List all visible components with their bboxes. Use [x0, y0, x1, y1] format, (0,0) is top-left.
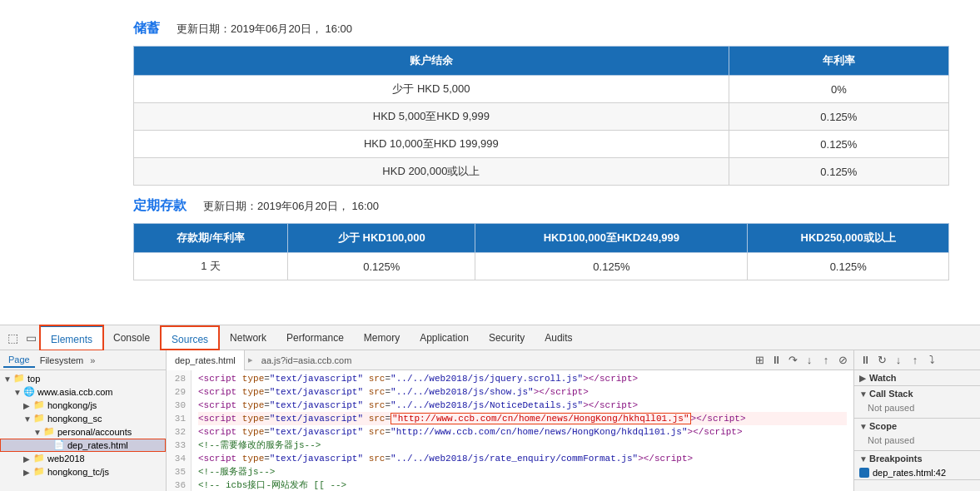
- stepover-btn[interactable]: ↓: [891, 353, 906, 368]
- sidebar-tab-filesystem[interactable]: Filesystem: [35, 354, 89, 367]
- mobile-icon[interactable]: ▭: [22, 329, 40, 347]
- tree-item-label: www.asia.ccb.com: [37, 387, 112, 397]
- watch-section: ▶ Watch: [854, 370, 980, 386]
- breakpoints-header[interactable]: ▼ Breakpoints: [854, 451, 980, 466]
- deposit-col-header: 存款期/年利率: [134, 224, 288, 253]
- table-cell: 1 天: [134, 253, 288, 280]
- section1-header: 储蓄 更新日期：2019年06月20日， 16:00: [133, 20, 963, 37]
- file-tab-dep-rates[interactable]: dep_rates.html: [167, 350, 245, 370]
- section1-date: 更新日期：2019年06月20日， 16:00: [177, 22, 352, 37]
- file-tree: ▼📁top▼🌐www.asia.ccb.com▶📁hongkong/js▼📁ho…: [0, 370, 166, 491]
- sidebar-tab-page[interactable]: Page: [3, 353, 35, 368]
- stepout-btn[interactable]: ⤵: [924, 353, 939, 368]
- table-cell: 0.125%: [748, 253, 949, 280]
- file-tab-bar: dep_rates.html ▸ aa.js?id=asia.ccb.com ⊞…: [167, 350, 853, 370]
- savings-col-balance: 账户结余: [134, 47, 729, 76]
- devtools-file-sidebar: Page Filesystem » ▼📁top▼🌐www.asia.ccb.co…: [0, 350, 167, 491]
- devtools-right-panel: ⏸ ↻ ↓ ↑ ⤵ ▶ Watch ▼ Call Stack Not pause…: [853, 350, 980, 491]
- folder-icon: 📁: [43, 426, 55, 438]
- table-cell: 0.125%: [729, 158, 948, 186]
- callstack-label: Call Stack: [869, 389, 913, 399]
- folder-icon: 📁: [33, 453, 45, 464]
- tree-arrow-icon: ▶: [23, 454, 33, 464]
- tab-audits[interactable]: Audits: [535, 325, 582, 350]
- table-cell: 0.125%: [729, 131, 948, 158]
- file-tab-separator: ▸: [245, 355, 256, 365]
- code-line: <script type="text/javascript" src="http…: [198, 425, 847, 439]
- tab-elements[interactable]: Elements: [40, 325, 103, 350]
- tab-security[interactable]: Security: [479, 325, 535, 350]
- line-numbers: 282930313233343536373839: [167, 370, 192, 491]
- pause-icon[interactable]: ⏸: [769, 353, 784, 368]
- code-line: <script type="text/javascript" src="../.…: [198, 452, 847, 465]
- code-content: <script type="text/javascript" src="../.…: [192, 370, 853, 491]
- tab-memory[interactable]: Memory: [354, 325, 410, 350]
- code-line: <script type="text/javascript" src="../.…: [198, 399, 847, 412]
- tree-item[interactable]: ▼📁personal/accounts: [0, 425, 166, 439]
- devtools-panel: ⬚ ▭ Elements Console Sources Network Per…: [0, 325, 980, 491]
- tab-performance[interactable]: Performance: [276, 325, 354, 350]
- watch-header[interactable]: ▶ Watch: [854, 370, 980, 385]
- tree-item-label: web2018: [47, 454, 85, 464]
- line-number: 33: [172, 439, 186, 452]
- folder-icon: 📁: [13, 373, 25, 384]
- line-number: 31: [172, 412, 186, 425]
- format-icon[interactable]: ⊞: [752, 353, 767, 368]
- line-number: 35: [172, 465, 186, 479]
- step-out-icon[interactable]: ↑: [818, 353, 833, 368]
- tab-sources[interactable]: Sources: [160, 325, 220, 350]
- right-toolbar: ⏸ ↻ ↓ ↑ ⤵: [854, 350, 980, 370]
- savings-col-rate: 年利率: [729, 47, 948, 76]
- file-tab-controls: ⊞ ⏸ ↷ ↓ ↑ ⊘: [752, 353, 853, 368]
- line-number: 34: [172, 452, 186, 465]
- tree-item[interactable]: ▶📁hongkong_tc/js: [0, 465, 166, 479]
- step-into-icon[interactable]: ↓: [802, 353, 817, 368]
- stepinto-btn[interactable]: ↑: [908, 353, 923, 368]
- code-line: <!--需要修改的服务器js-->: [198, 439, 847, 452]
- tab-console[interactable]: Console: [103, 325, 160, 350]
- table-cell: 0.125%: [475, 253, 748, 280]
- callstack-section: ▼ Call Stack Not paused: [854, 386, 980, 419]
- breakpoint-location: dep_rates.html:42: [873, 468, 946, 478]
- sidebar-more-icon[interactable]: »: [90, 355, 95, 365]
- resume-btn[interactable]: ↻: [874, 353, 889, 368]
- tree-item-label: hongkong/js: [47, 400, 97, 410]
- pause-btn[interactable]: ⏸: [858, 353, 873, 368]
- watch-label: Watch: [869, 373, 897, 383]
- callstack-header[interactable]: ▼ Call Stack: [854, 386, 980, 401]
- line-number: 36: [172, 479, 186, 491]
- scope-arrow: ▼: [859, 422, 869, 431]
- deposit-col-header: 少于 HKD100,000: [288, 224, 475, 253]
- tree-arrow-icon: ▼: [3, 374, 13, 384]
- deactivate-icon[interactable]: ⊘: [835, 353, 850, 368]
- breakpoint-checkbox[interactable]: [859, 468, 869, 478]
- folder-icon: 📁: [33, 466, 45, 478]
- tab-application[interactable]: Application: [410, 325, 479, 350]
- scope-header[interactable]: ▼ Scope: [854, 419, 980, 434]
- tab-network[interactable]: Network: [220, 325, 276, 350]
- tree-arrow-icon: ▼: [13, 388, 23, 397]
- tree-item[interactable]: 📄dep_rates.html: [0, 439, 166, 452]
- tree-arrow-icon: ▼: [23, 414, 33, 424]
- breakpoints-label: Breakpoints: [869, 454, 923, 464]
- tree-item-label: hongkong_sc: [47, 414, 102, 424]
- deposit-col-header: HKD100,000至HKD249,999: [475, 224, 748, 253]
- folder-icon: 📁: [33, 413, 45, 424]
- tree-item[interactable]: ▼📁top: [0, 372, 166, 385]
- code-line: <script type="text/javascript" src="../.…: [198, 385, 847, 399]
- tree-item[interactable]: ▶📁web2018: [0, 452, 166, 465]
- inspect-icon[interactable]: ⬚: [3, 329, 22, 347]
- devtools-tabbar: ⬚ ▭ Elements Console Sources Network Per…: [0, 325, 980, 350]
- step-over-icon[interactable]: ↷: [785, 353, 800, 368]
- tree-item[interactable]: ▼🌐www.asia.ccb.com: [0, 385, 166, 399]
- code-line: <script type="text/javascript" src="http…: [198, 412, 847, 425]
- table-cell: 少于 HKD 5,000: [134, 76, 729, 103]
- scope-section: ▼ Scope Not paused: [854, 419, 980, 451]
- scope-content: Not paused: [854, 434, 980, 450]
- tree-item[interactable]: ▼📁hongkong_sc: [0, 412, 166, 425]
- line-number: 28: [172, 372, 186, 385]
- tree-item-label: top: [27, 374, 40, 384]
- line-number: 32: [172, 425, 186, 439]
- tree-item[interactable]: ▶📁hongkong/js: [0, 399, 166, 412]
- breakpoint-item[interactable]: dep_rates.html:42: [854, 466, 980, 479]
